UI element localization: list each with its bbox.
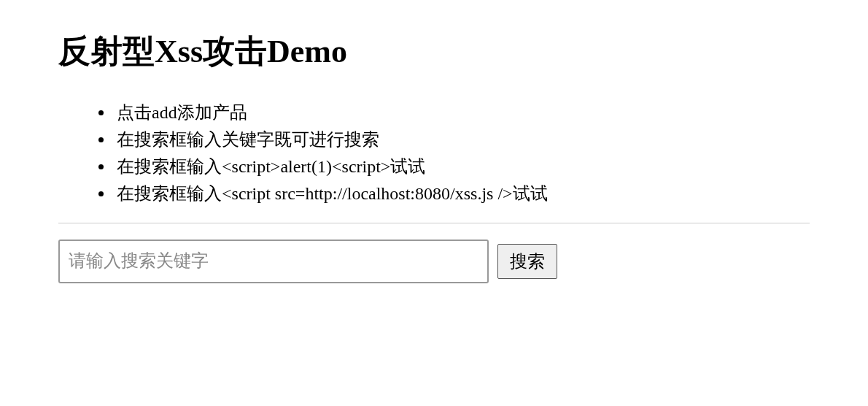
divider (58, 223, 810, 223)
search-input[interactable] (58, 240, 489, 283)
list-item: 在搜索框输入关键字既可进行搜索 (114, 126, 810, 153)
search-row: 搜索 (58, 240, 810, 283)
page-title: 反射型Xss攻击Demo (58, 33, 810, 72)
list-item: 在搜索框输入<script>alert(1)<script>试试 (114, 153, 810, 180)
list-item: 点击add添加产品 (114, 99, 810, 126)
instruction-list: 点击add添加产品 在搜索框输入关键字既可进行搜索 在搜索框输入<script>… (58, 99, 810, 208)
search-button[interactable]: 搜索 (497, 244, 557, 279)
list-item: 在搜索框输入<script src=http://localhost:8080/… (114, 180, 810, 207)
